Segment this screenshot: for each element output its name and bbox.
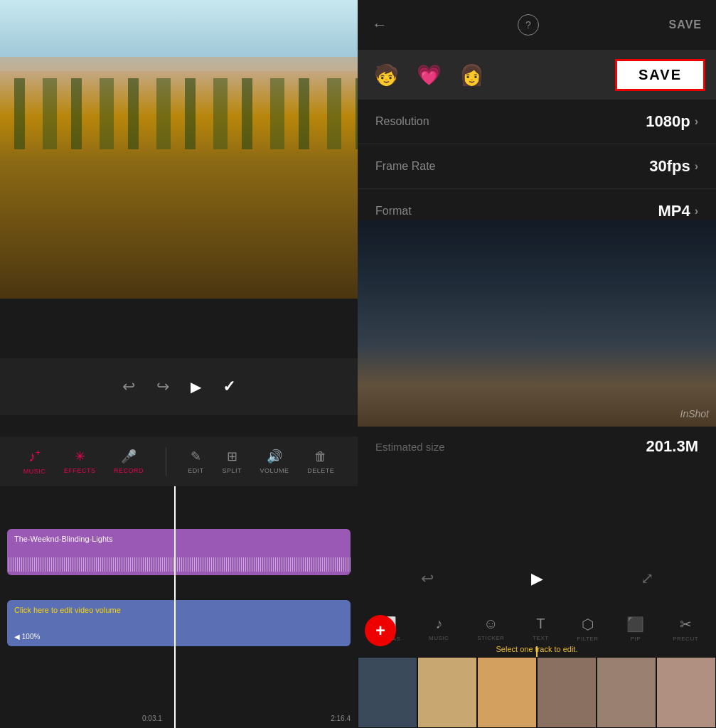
undo-right-button[interactable]: ↩ [421,569,434,588]
delete-label: DELETE [307,467,334,474]
resolution-value: 1080p › [646,112,698,131]
save-header-button[interactable]: SAVE [669,18,702,31]
settings-area: Resolution 1080p › Frame Rate 30fps › Fo… [358,100,716,234]
filmstrip [358,657,716,728]
sticker-label: STICKER [477,635,504,641]
timeline-time-current: 0:03.1 [142,714,162,722]
music-right-tool[interactable]: ♪ MUSIC [429,616,449,641]
estimated-row: Estimated size 201.3M [375,437,698,456]
estimated-size-area: Estimated size 201.3M [358,427,716,466]
music-track[interactable]: The-Weeknd-Blinding-Lights [7,529,351,575]
resolution-row[interactable]: Resolution 1080p › [358,100,716,144]
music-right-icon: ♪ [435,616,442,632]
edit-label: EDIT [188,467,204,474]
audio-track[interactable]: Click here to edit video volume ◀ 100% [7,600,351,646]
play-right-button[interactable]: ▶ [531,569,543,588]
timeline-playhead [174,486,176,728]
split-icon: ⊞ [227,449,237,464]
estimated-size-label: Estimated size [375,441,445,453]
audio-track-label: Click here to edit video volume [14,606,121,614]
timeline-time-total: 2:16.4 [331,714,351,722]
split-tool[interactable]: ⊞ SPLIT [222,449,242,474]
format-value: MP4 › [658,202,698,220]
emoji-kid[interactable]: 🧒 [368,57,404,92]
music-label: MUSIC [23,468,46,475]
emoji-bar: 🧒 💗 👩 SAVE [358,50,716,100]
waveform [7,557,351,572]
playback-controls: ↩ ↪ ▶ ✓ [122,378,235,396]
film-frame-3[interactable] [477,657,537,728]
sticker-icon: ☺ [483,616,498,632]
bottom-right-controls: ↩ ▶ ⤢ [358,557,716,600]
pip-label: PIP [631,636,641,642]
left-panel: ↩ ↪ ▶ ✓ ♪+ MUSIC ✳ EFFECTS 🎤 RECORD ✎ ED… [0,0,358,728]
film-frame-4[interactable] [537,657,597,728]
delete-icon: 🗑 [314,449,327,464]
confirm-button[interactable]: ✓ [223,378,235,396]
redo-button[interactable]: ↪ [156,378,169,396]
record-label: RECORD [114,467,144,474]
text-icon: T [536,616,545,632]
play-button[interactable]: ▶ [191,378,201,395]
delete-tool[interactable]: 🗑 DELETE [307,449,334,474]
format-chevron: › [695,205,698,218]
left-toolbar: ↩ ↪ ▶ ✓ [0,358,358,415]
music-icon: ♪+ [28,448,41,465]
filter-tool[interactable]: ⬡ FILTER [577,616,599,642]
video-overlay [358,220,716,427]
right-top-bar: ← ? SAVE [358,0,716,50]
volume-icon: 🔊 [267,449,282,464]
record-icon: 🎤 [121,449,137,464]
precut-tool[interactable]: ✂ PRECUT [673,616,698,642]
framerate-value: 30fps › [649,157,698,176]
emoji-heart[interactable]: 💗 [411,57,447,92]
pip-icon: ⬛ [626,616,644,633]
resolution-chevron: › [695,115,698,128]
audio-volume-label: ◀ 100% [14,633,40,641]
text-label: TEXT [533,635,548,641]
video-preview-right [358,220,716,427]
precut-icon: ✂ [680,616,692,633]
edit-icon: ✎ [191,449,201,464]
framerate-row[interactable]: Frame Rate 30fps › [358,144,716,189]
filter-icon: ⬡ [582,616,594,633]
edit-tool[interactable]: ✎ EDIT [188,449,204,474]
resolution-label: Resolution [375,115,429,128]
text-tool[interactable]: T TEXT [533,616,548,641]
back-button[interactable]: ← [372,16,388,34]
volume-tool[interactable]: 🔊 VOLUME [260,449,289,474]
fullscreen-right-button[interactable]: ⤢ [641,569,653,588]
undo-button[interactable]: ↩ [122,378,135,396]
filter-label: FILTER [577,636,599,642]
film-frame-5[interactable] [597,657,656,728]
volume-label: VOLUME [260,467,289,474]
precut-label: PRECUT [673,636,698,642]
framerate-label: Frame Rate [375,160,435,173]
effects-label: EFFECTS [64,467,96,474]
effects-icon: ✳ [75,449,85,464]
emoji-woman[interactable]: 👩 [454,57,489,92]
sticker-tool[interactable]: ☺ STICKER [477,616,504,641]
split-label: SPLIT [222,467,242,474]
landscape-bg [0,71,358,299]
film-frame-6[interactable] [656,657,716,728]
framerate-chevron: › [695,160,698,173]
divider [166,447,166,476]
video-preview-left [0,0,358,299]
music-tool[interactable]: ♪+ MUSIC [23,448,46,475]
help-button[interactable]: ? [518,14,539,36]
effects-tool[interactable]: ✳ EFFECTS [64,449,96,474]
music-right-label: MUSIC [429,635,449,641]
film-frame-1[interactable] [358,657,417,728]
film-frame-2[interactable] [417,657,477,728]
save-highlighted-button[interactable]: SAVE [615,59,705,91]
estimated-size-value: 201.3M [646,437,698,456]
right-panel: ← ? SAVE 🧒 💗 👩 SAVE Resolution 1080p › F… [358,0,716,728]
format-label: Format [375,205,412,218]
timeline-area: The-Weeknd-Blinding-Lights Click here to… [0,486,358,728]
pip-tool[interactable]: ⬛ PIP [626,616,644,642]
music-track-label: The-Weeknd-Blinding-Lights [14,535,113,543]
record-tool[interactable]: 🎤 RECORD [114,449,144,474]
add-clip-button[interactable]: + [365,615,396,646]
editing-tools-bar: ♪+ MUSIC ✳ EFFECTS 🎤 RECORD ✎ EDIT ⊞ SPL… [0,437,358,486]
